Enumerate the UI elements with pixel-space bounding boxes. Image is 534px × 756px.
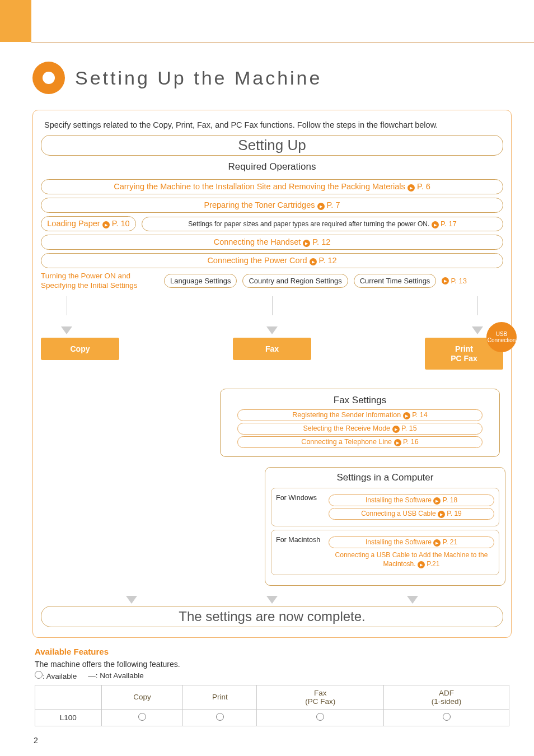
features-table: Copy Print Fax (PC Fax) ADF (1-sided) L1… [35,685,509,726]
func-fax: Fax [233,338,311,360]
step-load-paper: Loading Paper P. 10 [41,216,136,231]
arrow-icon [432,221,439,228]
win-usb-page: P. 19 [447,510,461,517]
mac-usb: Connecting a USB Cable to Add the Machin… [329,550,494,570]
arrow-icon [433,539,441,547]
step-handset-page: P. 12 [312,237,330,246]
top-rule [31,42,534,43]
intro-text: Specify settings related to the Copy, Pr… [44,120,500,129]
step-load-paper-text: Loading Paper [47,219,100,228]
arrow-icon [442,277,449,284]
bullet-icon [32,62,65,94]
usb-badge: USB Connection [486,322,517,352]
step-toner-text: Preparing the Toner Cartridges [204,200,315,209]
page-number: 2 [34,736,38,745]
time-settings: Current Time Settings [354,274,437,288]
win-usb: Connecting a USB Cable P. 19 [329,508,494,520]
cell-print [183,709,257,726]
power-on-label: Turning the Power ON and Specifying the … [41,272,158,291]
usb-bottom: Connection [488,337,516,343]
step-toner: Preparing the Toner Cartridges P. 7 [41,198,503,213]
circle-icon [35,671,43,679]
complete-pill: The settings are now complete. [41,606,503,627]
time-page-ref: P. 13 [442,277,467,285]
step-toner-page: P. 7 [327,200,340,209]
dash-icon: — [88,671,96,680]
th-adf-sub: (1-sided) [432,697,461,706]
mac-install: Installing the Software P. 21 [329,536,494,548]
arrow-icon [317,203,325,210]
arrow-icon [392,426,400,433]
mac-block: For Macintosh Installing the Software P.… [271,530,499,575]
th-print: Print [183,685,257,709]
arrow-icon [407,184,415,192]
row-model: L100 [35,709,102,726]
legend-avail: : Available [43,672,77,680]
step-handset: Connecting the Handset P. 12 [41,235,503,250]
func-copy: Copy [41,338,119,360]
fax-sender: Registering the Sender Information P. 14 [237,409,482,421]
fax-receive-text: Selecting the Receive Mode [303,424,390,432]
th-copy: Copy [101,685,183,709]
mac-usb-page: P.21 [427,560,439,568]
required-ops-heading: Required Operations [41,159,503,176]
th-adf-text: ADF [439,689,454,697]
paper-note-page: P. 17 [441,220,457,228]
win-install-text: Installing the Software [366,496,432,504]
step-load-paper-page: P. 10 [112,219,130,228]
page-title: Setting Up the Machine [75,67,322,89]
arrow-icon [303,240,310,247]
arrow-icon [403,412,410,419]
step-power-cord: Connecting the Power Cord P. 12 [41,253,503,268]
th-fax-sub: (PC Fax) [305,697,335,706]
flowchart-box: Specify settings related to the Copy, Pr… [32,110,512,638]
arrow-icon [102,221,110,228]
mac-label: For Macintosh [276,535,324,544]
computer-settings-box: Settings in a Computer For Windows Insta… [265,467,505,585]
fax-receive: Selecting the Receive Mode P. 15 [237,423,482,435]
time-page: P. 13 [451,277,467,285]
func-print: Print [455,344,473,353]
fax-line-text: Connecting a Telephone Line [301,438,392,446]
final-arrows [41,596,503,604]
th-fax: Fax (PC Fax) [257,685,384,709]
features-desc: The machine offers the following feature… [35,660,509,669]
features-section: Available Features The machine offers th… [32,647,512,726]
fax-receive-page: P. 15 [401,424,417,432]
step-carry-text: Carrying the Machine to the Installation… [114,182,405,191]
step-carry-page: P. 6 [417,182,430,191]
arrow-icon [418,561,425,568]
computer-settings-title: Settings in a Computer [271,472,499,483]
win-install: Installing the Software P. 18 [329,494,494,506]
cell-copy [101,709,183,726]
cell-fax [257,709,384,726]
step-power-cord-page: P. 12 [319,256,337,265]
circle-icon [316,713,324,721]
th-blank [35,685,102,709]
windows-block: For Windows Installing the Software P. 1… [271,488,499,526]
fax-settings-box: Fax Settings Registering the Sender Info… [220,389,500,457]
circle-icon [443,713,451,721]
fax-settings-title: Fax Settings [224,395,496,406]
arrow-icon [433,497,441,505]
mac-install-text: Installing the Software [366,538,432,546]
fax-line: Connecting a Telephone Line P. 16 [237,436,482,448]
paper-note: Settings for paper sizes and paper types… [142,217,503,231]
fax-sender-text: Registering the Sender Information [292,411,401,419]
usb-top: USB [496,331,508,337]
features-title: Available Features [35,647,509,656]
arrow-icon [438,511,445,518]
arrow-icon [394,439,401,446]
mac-usb-text: Connecting a USB Cable to Add the Machin… [335,551,488,568]
paper-note-text: Settings for paper sizes and paper types… [188,220,429,228]
win-usb-text: Connecting a USB Cable [361,510,435,517]
circle-icon [138,713,146,721]
lang-settings: Language Settings [164,274,237,288]
arrow-icon [310,258,317,265]
win-install-page: P. 18 [443,496,457,504]
th-adf: ADF (1-sided) [384,685,509,709]
page-content: Setting Up the Machine Specify settings … [32,62,512,726]
step-handset-text: Connecting the Handset [214,237,301,246]
features-legend: : Available —: Not Available [35,671,509,680]
mac-install-page: P. 21 [443,538,457,546]
